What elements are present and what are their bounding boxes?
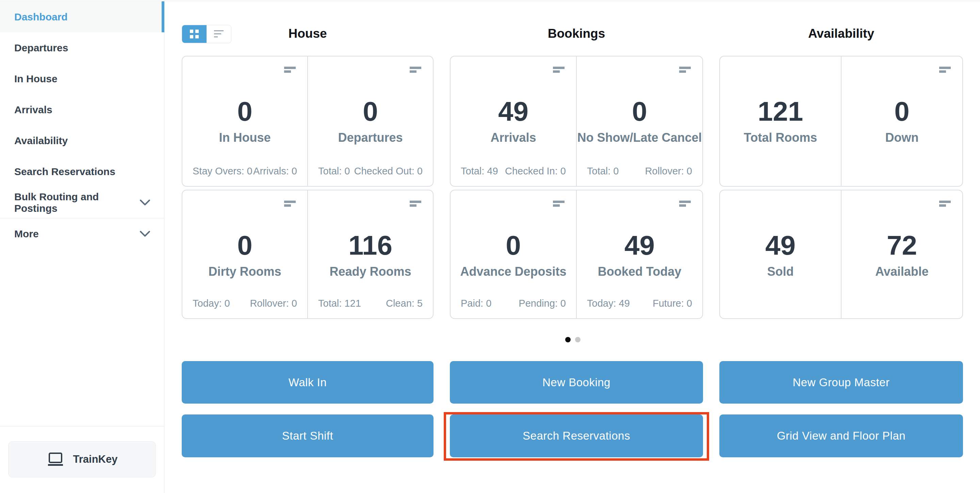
card-menu-icon[interactable] bbox=[284, 67, 296, 73]
chevron-down-icon bbox=[140, 230, 150, 237]
house-card-row-1: 0 In House Stay Overs: 0 Arrivals: 0 0 D… bbox=[182, 56, 434, 187]
card-value: 121 bbox=[720, 98, 841, 125]
sidebar-item-label: Bulk Routing and Postings bbox=[14, 191, 140, 214]
card-value: 0 bbox=[842, 98, 962, 125]
card-value: 72 bbox=[842, 232, 962, 259]
card-label: Departures bbox=[308, 130, 433, 145]
card-menu-icon[interactable] bbox=[410, 67, 421, 73]
card-label: Dirty Rooms bbox=[182, 265, 307, 279]
card-menu-icon[interactable] bbox=[939, 201, 951, 207]
card-stat-left: Paid: 0 bbox=[461, 298, 492, 309]
laptop-icon bbox=[47, 452, 64, 467]
card-label: Arrivals bbox=[450, 130, 576, 145]
sidebar-item-dashboard[interactable]: Dashboard bbox=[0, 2, 164, 32]
card-menu-icon[interactable] bbox=[553, 201, 565, 207]
card-menu-icon[interactable] bbox=[939, 67, 951, 73]
availability-card-row-1: 121 Total Rooms 0 Down bbox=[719, 56, 963, 187]
card-arrivals[interactable]: 49 Arrivals Total: 49 Checked In: 0 bbox=[450, 56, 577, 186]
sidebar-item-more[interactable]: More bbox=[0, 218, 164, 249]
card-menu-icon[interactable] bbox=[284, 201, 296, 207]
card-menu-icon[interactable] bbox=[553, 67, 565, 73]
trainkey-label: TrainKey bbox=[73, 453, 118, 466]
card-stat-left: Today: 49 bbox=[587, 298, 630, 309]
card-departures[interactable]: 0 Departures Total: 0 Checked Out: 0 bbox=[308, 56, 433, 186]
new-group-master-button[interactable]: New Group Master bbox=[719, 361, 963, 404]
trainkey-button[interactable]: TrainKey bbox=[8, 441, 156, 477]
grid-view-floor-plan-button[interactable]: Grid View and Floor Plan bbox=[719, 414, 963, 457]
card-stat-left: Total: 121 bbox=[318, 298, 361, 309]
card-stat-right: Pending: 0 bbox=[519, 298, 566, 309]
card-label: Total Rooms bbox=[720, 130, 841, 145]
sidebar-footer: TrainKey bbox=[0, 426, 164, 493]
sidebar-item-label: Search Reservations bbox=[14, 166, 115, 178]
card-sold[interactable]: 49 Sold bbox=[720, 190, 842, 318]
sidebar-nav: Dashboard Departures In House Arrivals A… bbox=[0, 2, 164, 249]
section-title-bookings: Bookings bbox=[450, 27, 703, 41]
card-stat-right: Rollover: 0 bbox=[645, 166, 692, 177]
section-title-availability: Availability bbox=[719, 27, 963, 41]
card-stat-left: Total: 0 bbox=[318, 166, 350, 177]
card-menu-icon[interactable] bbox=[410, 201, 421, 207]
card-down[interactable]: 0 Down bbox=[842, 56, 962, 186]
card-available[interactable]: 72 Available bbox=[842, 190, 962, 318]
card-ready-rooms[interactable]: 116 Ready Rooms Total: 121 Clean: 5 bbox=[308, 190, 433, 318]
card-dirty-rooms[interactable]: 0 Dirty Rooms Today: 0 Rollover: 0 bbox=[182, 190, 308, 318]
card-value: 49 bbox=[720, 232, 841, 259]
card-menu-icon[interactable] bbox=[679, 201, 691, 207]
carousel-pagination bbox=[565, 337, 581, 342]
sidebar-item-departures[interactable]: Departures bbox=[0, 32, 164, 63]
card-stat-right: Checked Out: 0 bbox=[354, 166, 423, 177]
card-label: Ready Rooms bbox=[308, 265, 433, 279]
card-stat-right: Clean: 5 bbox=[386, 298, 423, 309]
card-label: No Show/Late Cancel bbox=[577, 130, 702, 145]
card-stat-right: Future: 0 bbox=[653, 298, 692, 309]
sidebar-item-in-house[interactable]: In House bbox=[0, 63, 164, 94]
card-label: In House bbox=[182, 130, 307, 145]
bookings-card-row-1: 49 Arrivals Total: 49 Checked In: 0 0 No… bbox=[450, 56, 703, 187]
card-booked-today[interactable]: 49 Booked Today Today: 49 Future: 0 bbox=[577, 190, 702, 318]
card-label: Down bbox=[842, 130, 962, 145]
sidebar-item-arrivals[interactable]: Arrivals bbox=[0, 94, 164, 125]
sidebar-item-availability[interactable]: Availability bbox=[0, 125, 164, 156]
card-stat-left: Stay Overs: 0 bbox=[192, 166, 253, 177]
bookings-card-row-2: 0 Advance Deposits Paid: 0 Pending: 0 49… bbox=[450, 190, 703, 319]
dashboard-page: Dashboard Departures In House Arrivals A… bbox=[0, 0, 980, 493]
card-value: 116 bbox=[308, 232, 433, 259]
start-shift-button[interactable]: Start Shift bbox=[182, 414, 434, 457]
card-value: 0 bbox=[450, 232, 576, 259]
card-value: 0 bbox=[182, 232, 307, 259]
card-stat-left: Total: 0 bbox=[587, 166, 619, 177]
card-advance-deposits[interactable]: 0 Advance Deposits Paid: 0 Pending: 0 bbox=[450, 190, 577, 318]
card-label: Available bbox=[842, 265, 962, 279]
card-stat-right: Rollover: 0 bbox=[250, 298, 297, 309]
card-value: 49 bbox=[450, 98, 576, 125]
sidebar-item-label: In House bbox=[14, 73, 57, 85]
card-value: 0 bbox=[308, 98, 433, 125]
card-stat-left: Today: 0 bbox=[192, 298, 230, 309]
sidebar-item-search-reservations[interactable]: Search Reservations bbox=[0, 156, 164, 187]
sidebar: Dashboard Departures In House Arrivals A… bbox=[0, 0, 164, 493]
sidebar-item-label: Dashboard bbox=[14, 11, 68, 23]
availability-card-row-2: 49 Sold 72 Available bbox=[719, 190, 963, 319]
card-total-rooms[interactable]: 121 Total Rooms bbox=[720, 56, 842, 186]
card-no-show-late-cancel[interactable]: 0 No Show/Late Cancel Total: 0 Rollover:… bbox=[577, 56, 702, 186]
sidebar-item-bulk-routing-and-postings[interactable]: Bulk Routing and Postings bbox=[0, 187, 164, 218]
card-menu-icon[interactable] bbox=[679, 67, 691, 73]
card-value: 0 bbox=[577, 98, 702, 125]
sidebar-item-label: Availability bbox=[14, 135, 68, 147]
card-label: Advance Deposits bbox=[450, 265, 576, 279]
card-value: 49 bbox=[577, 232, 702, 259]
sidebar-item-label: Departures bbox=[14, 42, 68, 54]
card-in-house[interactable]: 0 In House Stay Overs: 0 Arrivals: 0 bbox=[182, 56, 308, 186]
new-booking-button[interactable]: New Booking bbox=[450, 361, 703, 404]
search-reservations-button[interactable]: Search Reservations bbox=[450, 414, 703, 457]
carousel-dot-1[interactable] bbox=[565, 337, 571, 342]
card-stat-right: Arrivals: 0 bbox=[253, 166, 297, 177]
card-stat-right: Checked In: 0 bbox=[505, 166, 566, 177]
sidebar-item-label: More bbox=[14, 228, 39, 240]
walk-in-button[interactable]: Walk In bbox=[182, 361, 434, 404]
house-card-row-2: 0 Dirty Rooms Today: 0 Rollover: 0 116 R… bbox=[182, 190, 434, 319]
carousel-dot-2[interactable] bbox=[575, 337, 581, 342]
card-label: Booked Today bbox=[577, 265, 702, 279]
card-stat-left: Total: 49 bbox=[461, 166, 498, 177]
